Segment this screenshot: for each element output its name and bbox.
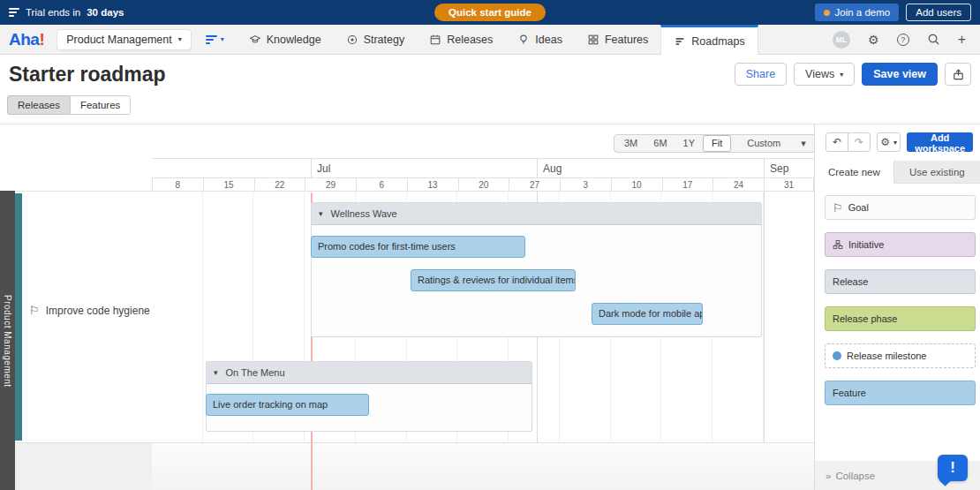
roadmap-bars-icon bbox=[674, 35, 686, 48]
card-label: Release phase bbox=[833, 313, 897, 324]
milestone-dot-icon bbox=[833, 351, 841, 360]
settings-gear-icon[interactable]: ⚙ bbox=[868, 33, 879, 47]
week-tick: 6 bbox=[356, 178, 407, 191]
add-workspace-button[interactable]: Add workspace bbox=[907, 132, 973, 152]
zoom-3m[interactable]: 3M bbox=[616, 136, 645, 151]
empty-row-label-cell bbox=[15, 443, 152, 490]
workspace-selector-label: Product Management bbox=[66, 34, 172, 46]
month-label: Jul bbox=[317, 162, 330, 175]
help-icon[interactable]: ? bbox=[897, 34, 909, 46]
add-users-button[interactable]: Add users bbox=[906, 4, 971, 21]
zoom-1y[interactable]: 1Y bbox=[675, 136, 703, 151]
palette-card-release-phase[interactable]: Release phase bbox=[825, 306, 976, 331]
join-demo-button[interactable]: Join a demo bbox=[815, 4, 900, 21]
empty-row-chart-cell bbox=[152, 443, 814, 490]
release-bar-wellness-wave[interactable]: ▾ Wellness Wave bbox=[312, 203, 761, 225]
feature-bar-ratings-reviews[interactable]: Ratings & reviews for individual items bbox=[411, 269, 576, 291]
panel-settings-dropdown[interactable]: ⚙ ▾ bbox=[877, 132, 901, 152]
panel-tabs: Create new Use existing bbox=[815, 161, 980, 184]
collapse-caret-icon[interactable]: ▾ bbox=[214, 368, 218, 377]
roadmap-canvas: 3M 6M 1Y Fit Custom▾ Jul Aug Sep bbox=[0, 124, 980, 490]
user-avatar[interactable]: ML bbox=[833, 31, 850, 49]
palette-card-release-milestone[interactable]: Release milestone bbox=[825, 343, 976, 368]
calendar-icon bbox=[429, 34, 441, 46]
export-button[interactable] bbox=[945, 63, 971, 86]
feature-bar-dark-mode[interactable]: Dark mode for mobile app bbox=[592, 303, 703, 325]
aha-app: Trial ends in 30 days Quick start guide … bbox=[0, 0, 980, 490]
palette-card-goal[interactable]: ⚐ Goal bbox=[825, 195, 976, 220]
aha-logo[interactable]: Aha! bbox=[9, 25, 44, 54]
release-name: On The Menu bbox=[226, 367, 285, 378]
main-nav: Aha! Product Management ▾ ▾ Knowledge St… bbox=[0, 25, 980, 55]
timeline-months-header: Jul Aug Sep bbox=[152, 158, 814, 177]
toggle-features[interactable]: Features bbox=[70, 95, 131, 115]
tab-use-existing[interactable]: Use existing bbox=[894, 161, 980, 183]
nav-label: Strategy bbox=[364, 34, 405, 46]
zoom-fit-active[interactable]: Fit bbox=[703, 135, 731, 152]
redo-icon: ↷ bbox=[855, 136, 863, 148]
month-separator bbox=[311, 159, 312, 178]
page-title: Starter roadmap bbox=[9, 63, 166, 87]
grid-icon bbox=[587, 34, 599, 46]
nav-item-features[interactable]: Features bbox=[575, 25, 660, 54]
search-icon[interactable] bbox=[927, 33, 940, 46]
week-tick: 31 bbox=[764, 178, 814, 191]
week-tick: 20 bbox=[458, 178, 509, 191]
workspace-strip[interactable]: Product Management bbox=[0, 191, 15, 490]
topbar: Trial ends in 30 days Quick start guide … bbox=[0, 0, 980, 25]
tab-create-new[interactable]: Create new bbox=[815, 161, 894, 184]
toggle-releases[interactable]: Releases bbox=[7, 95, 71, 115]
month-separator bbox=[537, 159, 538, 178]
feature-bar-live-order-tracking[interactable]: Live order tracking on map bbox=[206, 394, 369, 416]
workspace-lines-menu[interactable]: ▾ bbox=[206, 25, 224, 54]
nav-label: Features bbox=[605, 34, 648, 46]
flag-icon: ⚐ bbox=[29, 304, 40, 317]
chevron-down-icon: ▾ bbox=[221, 35, 224, 43]
release-bar-on-the-menu[interactable]: ▾ On The Menu bbox=[207, 362, 531, 384]
support-chat-button[interactable]: ! bbox=[938, 455, 968, 481]
nav-label: Knowledge bbox=[267, 34, 321, 46]
palette-card-release[interactable]: Release bbox=[825, 269, 976, 294]
roadmap-bars-icon bbox=[9, 8, 19, 17]
nav-item-knowledge[interactable]: Knowledge bbox=[237, 25, 334, 54]
undo-button[interactable]: ↶ bbox=[825, 132, 848, 152]
month-separator bbox=[764, 159, 765, 178]
zoom-custom[interactable]: Custom▾ bbox=[731, 136, 821, 151]
timeline-week-ticks: 8 15 22 29 6 13 20 27 3 10 17 24 31 bbox=[152, 177, 814, 191]
view-toggle: Releases Features bbox=[0, 94, 980, 124]
palette-card-initiative[interactable]: Initiative bbox=[825, 232, 976, 257]
goal-row-label[interactable]: ⚐ Improve code hygiene bbox=[29, 304, 150, 317]
page-header: Starter roadmap Share Views ▾ Save view bbox=[0, 55, 980, 94]
nav-label: Ideas bbox=[535, 34, 562, 46]
nav-label: Releases bbox=[447, 34, 493, 46]
chevron-down-icon: ▾ bbox=[893, 139, 897, 147]
nav-item-strategy[interactable]: Strategy bbox=[334, 25, 418, 54]
feature-bar-promo-codes[interactable]: Promo codes for first-time users bbox=[311, 236, 525, 258]
week-tick: 8 bbox=[152, 178, 203, 191]
workspace-selector[interactable]: Product Management ▾ bbox=[57, 29, 192, 50]
hierarchy-icon bbox=[833, 239, 843, 250]
nav-item-roadmaps-active[interactable]: Roadmaps bbox=[660, 25, 758, 55]
trial-banner: Trial ends in 30 days bbox=[9, 7, 124, 18]
nav-item-ideas[interactable]: Ideas bbox=[505, 25, 575, 54]
palette-card-feature[interactable]: Feature bbox=[825, 381, 976, 405]
add-icon[interactable]: + bbox=[958, 33, 966, 47]
gear-icon: ⚙ bbox=[880, 136, 890, 148]
lightbulb-icon bbox=[517, 34, 530, 46]
week-tick: 27 bbox=[509, 178, 560, 191]
views-dropdown[interactable]: Views ▾ bbox=[794, 63, 855, 86]
save-view-button[interactable]: Save view bbox=[862, 63, 938, 86]
quick-start-guide-button[interactable]: Quick start guide bbox=[434, 4, 546, 21]
nav-item-releases[interactable]: Releases bbox=[417, 25, 505, 54]
collapse-caret-icon[interactable]: ▾ bbox=[319, 209, 323, 218]
month-label: Aug bbox=[543, 162, 562, 175]
zoom-6m[interactable]: 6M bbox=[645, 136, 675, 151]
join-demo-label: Join a demo bbox=[835, 7, 891, 18]
record-palette: ⚐ Goal Initiative Release Release phase … bbox=[815, 184, 980, 405]
card-label: Initiative bbox=[848, 239, 884, 250]
chevron-down-icon: ▾ bbox=[840, 71, 843, 79]
share-button[interactable]: Share bbox=[735, 63, 787, 86]
double-chevron-icon: » bbox=[825, 471, 831, 481]
redo-button[interactable]: ↷ bbox=[848, 132, 871, 152]
month-label: Sep bbox=[770, 162, 788, 175]
